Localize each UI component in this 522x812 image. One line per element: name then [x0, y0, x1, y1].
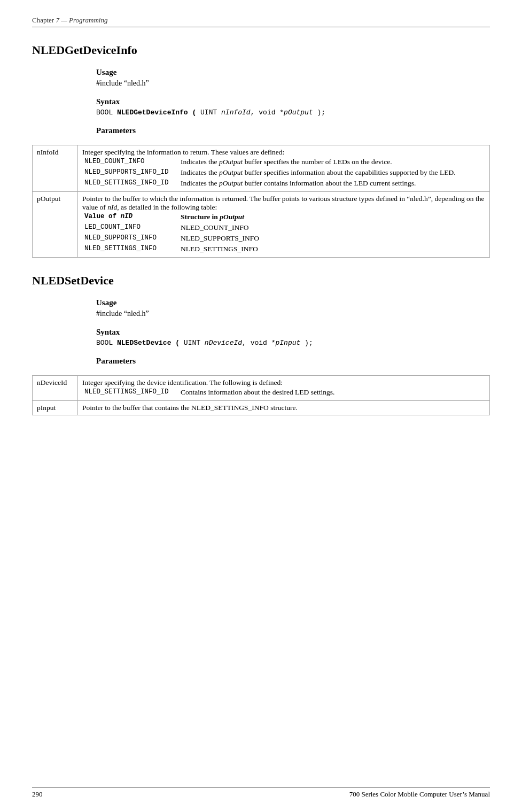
params-table-1: nInfoId Integer specifying the informati…	[32, 145, 490, 258]
table-row: NLED_SUPPORTS_INFO NLED_SUPPORTS_INFO	[82, 233, 485, 244]
section2-usage: Usage #include “nled.h”	[96, 298, 490, 318]
inner-col1: NLED_SUPPORTS_INFO_ID	[82, 167, 178, 178]
inner-col1: NLED_SUPPORTS_INFO	[82, 233, 178, 244]
inner-table-ninfoid: NLED_COUNT_INFO Indicates the pOutput bu…	[82, 157, 485, 189]
inner-table-ndeviceid: NLED_SETTINGS_INFO_ID Contains informati…	[82, 387, 485, 398]
syntax-text-2: BOOL NLEDSetDevice ( UINT nDeviceId, voi…	[96, 339, 490, 347]
inner-col2: Indicates the pOutput buffer specifies t…	[178, 157, 485, 167]
inner-col1: NLED_SETTINGS_INFO	[82, 244, 178, 254]
page-number: 290	[32, 790, 43, 799]
inner-col1: NLED_SETTINGS_INFO_ID	[82, 178, 178, 189]
section2-syntax: Syntax BOOL NLEDSetDevice ( UINT nDevice…	[96, 328, 490, 347]
param-desc-text: Pointer to the buffer to which the infor…	[82, 195, 485, 212]
inner-col1: NLED_COUNT_INFO	[82, 157, 178, 167]
page-container: Chapter 7 — Programming NLEDGetDeviceInf…	[0, 0, 522, 812]
chapter-word: Chapter	[32, 16, 54, 24]
param-desc-ndeviceid: Integer specifying the device identifica…	[78, 376, 490, 401]
page-footer: 290 700 Series Color Mobile Computer Use…	[32, 787, 490, 799]
table-row: NLED_COUNT_INFO Indicates the pOutput bu…	[82, 157, 485, 167]
table-row: Value of nID Structure in pOutput	[82, 212, 485, 222]
inner-col1: NLED_SETTINGS_INFO_ID	[82, 387, 178, 398]
inner-col2: Contains information about the desired L…	[178, 387, 485, 398]
inner-table-poutput: Value of nID Structure in pOutput LED_CO…	[82, 212, 485, 254]
syntax-text: BOOL NLEDGetDeviceInfo ( UINT nInfoId, v…	[96, 109, 490, 117]
param-name-pinput: pInput	[33, 401, 78, 415]
chapter-header: Chapter 7 — Programming	[32, 16, 490, 27]
syntax-param1-2: nDeviceId	[205, 339, 242, 347]
section1-syntax: Syntax BOOL NLEDGetDeviceInfo ( UINT nIn…	[96, 97, 490, 117]
inner-col2: Indicates the pOutput buffer contains in…	[178, 178, 485, 189]
inner-col2: NLED_SETTINGS_INFO	[178, 244, 485, 254]
syntax-func-2: NLEDSetDevice (	[117, 339, 180, 347]
params-table-2: nDeviceId Integer specifying the device …	[32, 375, 490, 415]
param-name-poutput: pOutput	[33, 192, 78, 258]
usage-heading-2: Usage	[96, 298, 490, 307]
usage-heading: Usage	[96, 68, 490, 77]
inner-col2: Indicates the pOutput buffer specifies i…	[178, 167, 485, 178]
table-row: NLED_SETTINGS_INFO_ID Indicates the pOut…	[82, 178, 485, 189]
table-row: nInfoId Integer specifying the informati…	[33, 145, 490, 192]
param-desc-pinput: Pointer to the buffer that contains the …	[78, 401, 490, 415]
param-desc-text: Integer specifying the information to re…	[82, 148, 485, 157]
syntax-param2-2: pInput	[276, 339, 301, 347]
section1-usage: Usage #include “nled.h”	[96, 68, 490, 88]
syntax-heading-2: Syntax	[96, 328, 490, 337]
table-row: NLED_SETTINGS_INFO NLED_SETTINGS_INFO	[82, 244, 485, 254]
section1-title: NLEDGetDeviceInfo	[32, 43, 490, 57]
inner-col1-header: Value of nID	[82, 212, 178, 222]
inner-col2: NLED_SUPPORTS_INFO	[178, 233, 485, 244]
syntax-param1: nInfoId	[221, 109, 251, 117]
usage-text-2: #include “nled.h”	[96, 310, 490, 318]
section2-parameters: Parameters	[96, 357, 490, 366]
table-row: pOutput Pointer to the buffer to which t…	[33, 192, 490, 258]
param-desc-text: Pointer to the buffer that contains the …	[82, 404, 485, 412]
param-desc-text: Integer specifying the device identifica…	[82, 378, 485, 387]
syntax-heading: Syntax	[96, 97, 490, 106]
table-row: nDeviceId Integer specifying the device …	[33, 376, 490, 401]
table-row: NLED_SETTINGS_INFO_ID Contains informati…	[82, 387, 485, 398]
parameters-heading-1: Parameters	[96, 126, 490, 135]
chapter-text: 7 —	[56, 16, 69, 24]
param-desc-ninfoid: Integer specifying the information to re…	[78, 145, 490, 192]
inner-col2-header: Structure in pOutput	[178, 212, 485, 222]
table-row: NLED_SUPPORTS_INFO_ID Indicates the pOut…	[82, 167, 485, 178]
parameters-heading-2: Parameters	[96, 357, 490, 366]
section1-parameters: Parameters	[96, 126, 490, 135]
usage-text: #include “nled.h”	[96, 79, 490, 88]
param-name-ndeviceid: nDeviceId	[33, 376, 78, 401]
inner-col2: NLED_COUNT_INFO	[178, 222, 485, 233]
param-name-ninfoid: nInfoId	[33, 145, 78, 192]
section2-title: NLEDSetDevice	[32, 274, 490, 288]
param-desc-poutput: Pointer to the buffer to which the infor…	[78, 192, 490, 258]
syntax-param2: pOutput	[284, 109, 313, 117]
manual-title: 700 Series Color Mobile Computer User’s …	[349, 790, 490, 799]
table-row: LED_COUNT_INFO NLED_COUNT_INFO	[82, 222, 485, 233]
inner-col1: LED_COUNT_INFO	[82, 222, 178, 233]
table-row: pInput Pointer to the buffer that contai…	[33, 401, 490, 415]
syntax-func: NLEDGetDeviceInfo (	[117, 109, 196, 117]
chapter-italic: Programming	[69, 16, 107, 24]
